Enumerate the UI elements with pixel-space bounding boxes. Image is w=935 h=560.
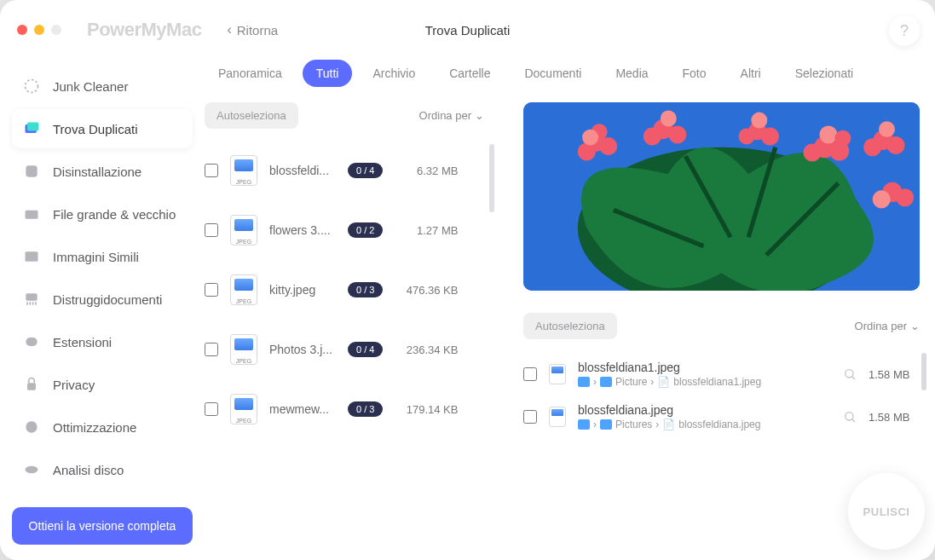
row-checkbox[interactable] <box>523 367 537 381</box>
sidebar-item-privacy[interactable]: Privacy <box>12 365 193 404</box>
svg-rect-8 <box>27 383 36 390</box>
count-badge: 0 / 4 <box>348 163 383 178</box>
svg-point-39 <box>846 413 853 420</box>
svg-rect-2 <box>27 123 38 131</box>
sidebar-item-extensions[interactable]: Estensioni <box>12 322 193 361</box>
file-name: blossfeldi... <box>269 164 336 177</box>
reveal-in-finder-icon[interactable] <box>843 367 857 381</box>
minimize-window-button[interactable] <box>34 25 44 35</box>
tab-photos[interactable]: Foto <box>669 60 720 87</box>
sidebar-item-similar-images[interactable]: Immagini Simili <box>12 237 193 276</box>
tab-all[interactable]: Tutti <box>303 60 353 87</box>
reveal-in-finder-icon[interactable] <box>843 410 857 424</box>
sidebar-item-label: Immagini Simili <box>53 250 139 264</box>
sidebar-item-disk-analysis[interactable]: Analisi disco <box>12 450 193 489</box>
svg-point-23 <box>761 128 779 146</box>
app-window: PowerMyMac ‹ Ritorna Trova Duplicati ? J… <box>0 0 935 560</box>
sidebar: Junk Cleaner Trova Duplicati Disinstalla… <box>0 60 205 560</box>
row-checkbox[interactable] <box>205 164 218 177</box>
svg-point-24 <box>739 129 755 145</box>
broom-icon <box>22 78 41 95</box>
svg-point-20 <box>644 128 661 146</box>
duplicate-row[interactable]: blossfeldiana1.jpeg › Picture› 📄 blossfe… <box>523 353 920 395</box>
result-row[interactable]: JPEG kitty.jpeg 0 / 3 476.36 KB <box>205 260 484 320</box>
results-list-container: JPEG blossfeldi... 0 / 4 6.32 MB JPEG fl… <box>205 141 499 545</box>
count-badge: 0 / 4 <box>348 342 383 357</box>
count-badge: 0 / 3 <box>348 282 383 297</box>
close-window-button[interactable] <box>17 25 27 35</box>
tab-media[interactable]: Media <box>602 60 661 87</box>
autoselect-button[interactable]: Autoseleziona <box>205 102 298 129</box>
box-icon <box>22 205 41 222</box>
results-pane: Autoseleziona Ordina per ⌄ JPEG blossfel… <box>205 102 499 545</box>
scrollbar[interactable] <box>489 144 494 212</box>
path-part: blossfeldiana1.jpeg <box>673 376 761 388</box>
file-name: mewmew... <box>269 402 336 416</box>
result-row[interactable]: JPEG Photos 3.j... 0 / 4 236.34 KB <box>205 320 484 379</box>
row-checkbox[interactable] <box>205 283 218 297</box>
upgrade-button[interactable]: Ottieni la versione completa <box>12 507 193 545</box>
row-checkbox[interactable] <box>205 343 218 356</box>
file-name: flowers 3.... <box>269 223 336 237</box>
svg-point-37 <box>873 190 891 208</box>
result-row[interactable]: JPEG flowers 3.... 0 / 2 1.27 MB <box>205 200 484 260</box>
sidebar-item-junk-cleaner[interactable]: Junk Cleaner <box>12 66 193 106</box>
svg-point-9 <box>26 421 37 432</box>
sidebar-item-label: Trova Duplicati <box>53 122 137 136</box>
tab-others[interactable]: Altri <box>727 60 775 87</box>
sidebar-item-optimization[interactable]: Ottimizzazione <box>12 407 193 447</box>
autoselect-detail-button[interactable]: Autoseleziona <box>523 313 617 339</box>
tab-folders[interactable]: Cartelle <box>436 60 504 87</box>
svg-point-32 <box>887 136 905 154</box>
file-icon: JPEG <box>230 394 257 424</box>
sidebar-item-label: Distruggidocumenti <box>53 292 162 307</box>
sidebar-item-large-old[interactable]: File grande & vecchio <box>12 194 193 234</box>
back-label: Ritorna <box>237 23 278 38</box>
body: Junk Cleaner Trova Duplicati Disinstalla… <box>0 60 935 560</box>
filter-tabs: Panoramica Tutti Archivio Cartelle Docum… <box>205 60 920 102</box>
tab-documents[interactable]: Documenti <box>511 60 595 87</box>
preview-image <box>523 102 920 291</box>
file-info: blossfeldiana.jpeg › Pictures› 📄 blossfe… <box>578 403 831 430</box>
clean-button[interactable]: PULISCI <box>848 473 925 550</box>
maximize-window-button[interactable] <box>51 25 61 35</box>
scrollbar[interactable] <box>921 353 926 390</box>
result-row[interactable]: JPEG mewmew... 0 / 3 179.14 KB <box>205 379 484 439</box>
result-row[interactable]: JPEG blossfeldi... 0 / 4 6.32 MB <box>205 141 484 200</box>
svg-point-19 <box>668 125 686 143</box>
results-header: Autoseleziona Ordina per ⌄ <box>205 102 499 129</box>
page-title: Trova Duplicati <box>425 23 510 38</box>
file-icon: JPEG <box>230 215 257 245</box>
file-size: 179.14 KB <box>395 403 458 416</box>
row-checkbox[interactable] <box>523 410 537 424</box>
sidebar-item-uninstall[interactable]: Disinstallazione <box>12 152 193 191</box>
svg-point-21 <box>661 110 677 126</box>
sidebar-item-shredder[interactable]: Distruggidocumenti <box>12 280 193 319</box>
app-name: PowerMyMac <box>87 19 201 41</box>
duplicate-row[interactable]: blossfeldiana.jpeg › Pictures› 📄 blossfe… <box>523 395 920 438</box>
sort-detail-button[interactable]: Ordina per ⌄ <box>855 320 920 332</box>
path-part: Picture <box>615 376 647 388</box>
svg-point-10 <box>26 466 38 473</box>
row-checkbox[interactable] <box>205 402 218 416</box>
sidebar-item-duplicates[interactable]: Trova Duplicati <box>12 109 193 148</box>
tab-archive[interactable]: Archivio <box>359 60 429 87</box>
path-part: blossfeldiana.jpeg <box>678 419 760 430</box>
sort-button[interactable]: Ordina per ⌄ <box>419 109 484 122</box>
help-button[interactable]: ? <box>889 15 920 46</box>
tab-selected[interactable]: Selezionati <box>782 60 868 87</box>
row-checkbox[interactable] <box>205 223 218 237</box>
optimize-icon <box>22 419 41 436</box>
path-part: Pictures <box>615 419 652 430</box>
file-size: 476.36 KB <box>395 284 458 297</box>
count-badge: 0 / 2 <box>348 222 383 238</box>
detail-header: Autoseleziona Ordina per ⌄ <box>523 313 920 339</box>
image-icon <box>22 248 41 265</box>
file-size: 1.27 MB <box>395 224 458 237</box>
sidebar-item-label: Junk Cleaner <box>53 79 128 94</box>
file-size: 236.34 KB <box>395 344 458 356</box>
sidebar-item-label: Analisi disco <box>53 463 124 477</box>
back-button[interactable]: ‹ Ritorna <box>227 22 278 38</box>
svg-point-25 <box>751 113 767 129</box>
tab-overview[interactable]: Panoramica <box>205 60 296 87</box>
